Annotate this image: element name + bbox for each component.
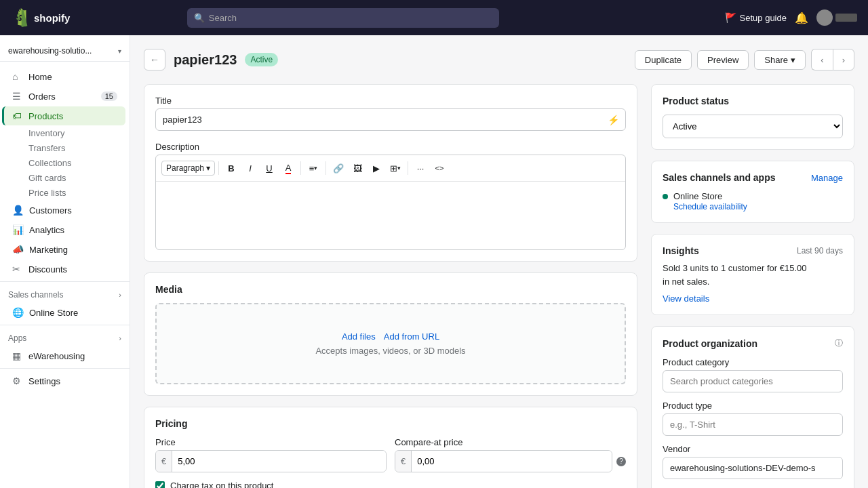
status-badge: Active [245,53,278,66]
editor-body[interactable] [156,182,625,249]
schedule-link[interactable]: Schedule availability [673,202,747,211]
pricing-title: Pricing [155,418,626,429]
type-input[interactable] [663,413,843,436]
store-selector[interactable]: ewarehousing-solutio... ▾ [0,41,130,62]
manage-link[interactable]: Manage [811,173,843,183]
underline-button[interactable]: U [260,159,278,177]
tax-checkbox[interactable] [155,481,165,489]
compare-input[interactable] [412,451,612,472]
sidebar-item-discounts[interactable]: ✂ Discounts [4,260,125,279]
paragraph-select[interactable]: Paragraph ▾ [161,161,215,176]
header-actions: Duplicate Preview Share ▾ ‹ › [635,49,854,70]
prev-button[interactable]: ‹ [811,49,833,70]
sidebar-item-orders[interactable]: ☰ Orders 15 [4,87,125,106]
search-input[interactable] [187,8,499,28]
product-org-card: Product organization ⓘ Product category … [651,326,854,488]
store-avatar [835,14,857,22]
sidebar-label-ewarehousing: eWarehousing [28,351,85,361]
next-button[interactable]: › [833,49,854,70]
title-label: Title [155,96,626,106]
search-bar[interactable]: 🔍 [187,8,499,28]
logo-text: shopify [34,12,70,24]
italic-button[interactable]: I [241,159,259,177]
sidebar-sub-collections[interactable]: Collections [4,156,125,170]
align-button[interactable]: ≡ ▾ [304,159,322,177]
logo: shopify [11,8,70,27]
sidebar-label-online-store: Online Store [29,308,78,318]
image-button[interactable]: 🖼 [349,159,366,177]
compare-wrap: € ? [395,450,626,472]
vendor-label: Vendor [663,444,843,454]
type-label: Product type [663,401,843,411]
code-button[interactable]: <> [431,159,448,177]
online-dot [663,194,668,199]
sidebar-sub-giftcards[interactable]: Gift cards [4,171,125,185]
products-icon: 🏷 [12,110,23,121]
left-column: Title ⚡ Description Paragraph ▾ B I [144,84,637,488]
sidebar-label-inventory: Inventory [28,128,64,138]
product-status-select[interactable]: Active Draft [663,115,843,138]
right-column: Product status Active Draft Sales channe… [651,84,854,488]
align-chevron: ▾ [314,165,317,171]
sidebar-sub-transfers[interactable]: Transfers [4,141,125,155]
sidebar-item-ewarehousing[interactable]: ▦ eWarehousing [4,346,125,365]
sidebar-item-customers[interactable]: 👤 Customers [4,201,125,220]
apps-label: Apps [8,333,26,343]
sidebar-sub-inventory[interactable]: Inventory [4,126,125,140]
sidebar-divider-3 [0,368,130,369]
category-input[interactable] [663,370,843,392]
bold-button[interactable]: B [222,159,240,177]
text-color-button[interactable]: A [279,159,297,177]
duplicate-button[interactable]: Duplicate [635,50,692,70]
preview-button[interactable]: Preview [697,50,749,70]
price-label: Price [155,437,387,447]
bell-icon[interactable]: 🔔 [795,12,808,24]
sidebar-item-products[interactable]: 🏷 Products [2,106,125,125]
sidebar-label-transfers: Transfers [28,143,65,153]
insights-header: Insights Last 90 days [663,245,843,256]
sales-channels-section: Sales channels › [0,285,130,302]
pricing-card: Pricing Price € Compare-at price € [144,407,637,488]
sidebar-item-marketing[interactable]: 📣 Marketing [4,240,125,259]
link-button[interactable]: 🔗 [330,159,347,177]
insights-title: Insights [663,245,699,256]
product-status-card: Product status Active Draft [651,84,854,150]
vendor-input[interactable] [663,457,843,479]
sidebar-label-collections: Collections [28,158,72,168]
media-dropzone[interactable]: Add files Add from URL Accepts images, v… [155,303,626,384]
sidebar-item-analytics[interactable]: 📊 Analytics [4,220,125,239]
search-icon: 🔍 [194,13,205,23]
add-files-link[interactable]: Add files [342,331,376,342]
share-button[interactable]: Share ▾ [754,50,806,70]
table-button[interactable]: ⊞ ▾ [387,159,404,177]
sidebar-item-settings[interactable]: ⚙ Settings [4,371,125,390]
customers-icon: 👤 [12,205,24,216]
sidebar-item-online-store[interactable]: 🌐 Online Store [4,303,125,322]
tax-row: Charge tax on this product [155,481,626,488]
analytics-icon: 📊 [12,224,24,235]
price-input[interactable] [172,451,386,472]
insights-text: Sold 3 units to 1 customer for €15.00in … [663,262,843,288]
setup-guide-link[interactable]: 🚩 Setup guide [725,12,787,23]
add-from-url-link[interactable]: Add from URL [384,331,439,342]
price-row: Price € Compare-at price € [155,437,626,472]
apps-expand-icon: › [119,334,121,342]
title-input[interactable] [155,108,626,131]
insights-card: Insights Last 90 days Sold 3 units to 1 … [651,234,854,315]
sidebar-item-home[interactable]: ⌂ Home [4,67,125,86]
share-label: Share [764,55,788,65]
more-button[interactable]: ··· [412,159,429,177]
back-button[interactable]: ← [144,49,165,70]
main-content: ← papier123 Active Duplicate Preview Sha… [130,35,868,488]
sidebar-sub-pricelists[interactable]: Price lists [4,186,125,200]
paragraph-chevron: ▾ [206,163,210,173]
sidebar-label-pricelists: Price lists [28,188,66,198]
view-details-link[interactable]: View details [663,293,709,304]
paragraph-label: Paragraph [166,163,204,173]
tax-label[interactable]: Charge tax on this product [170,481,273,488]
sidebar-label-discounts: Discounts [28,264,67,274]
media-title: Media [155,284,626,295]
price-currency: € [156,451,172,472]
video-button[interactable]: ▶ [368,159,385,177]
product-status-title: Product status [663,96,843,106]
